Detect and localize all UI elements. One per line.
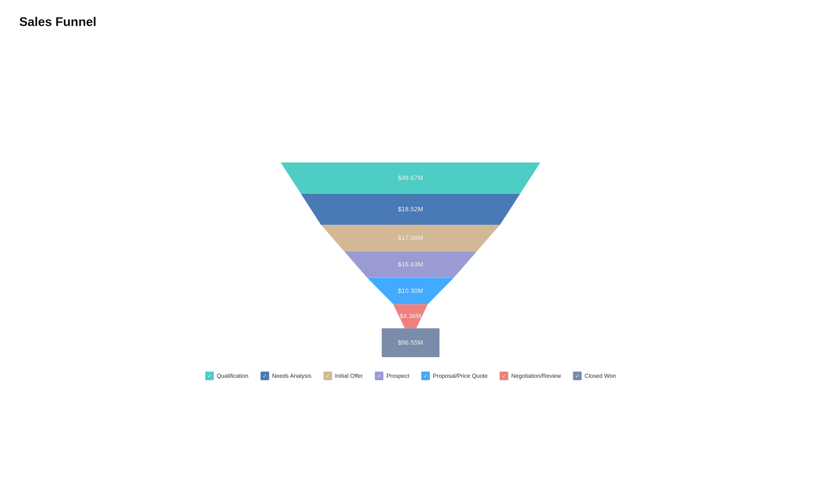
legend-label-initial-offer: Initial Offer [335, 373, 363, 379]
legend-item-qualification: ✓ Qualification [205, 372, 249, 380]
funnel-chart: $49.67M $18.52M $17.08M $16.63M $10.30M … [19, 162, 802, 357]
funnel-label-prospect: $16.63M [398, 261, 423, 268]
funnel-segment-proposal-price-quote: $10.30M [266, 278, 555, 304]
legend-item-closed-won: ✓ Closed Won [573, 372, 616, 380]
legend-check-initial-offer: ✓ [324, 372, 332, 380]
funnel-label-qualification: $49.67M [398, 174, 423, 182]
legend-check-closed-won: ✓ [573, 372, 582, 380]
page-title: Sales Funnel [19, 14, 802, 29]
legend-item-negotiation-review: ✓ Negotiation/Review [500, 372, 561, 380]
legend-label-needs-analysis: Needs Analysis [272, 373, 312, 379]
funnel-segment-negotiation-review: $4.36M [266, 304, 555, 328]
legend-item-initial-offer: ✓ Initial Offer [324, 372, 363, 380]
legend-check-proposal-price-quote: ✓ [421, 372, 430, 380]
funnel-segment-prospect: $16.63M [266, 251, 555, 278]
funnel-segment-needs-analysis: $18.52M [266, 194, 555, 225]
legend-label-negotiation-review: Negotiation/Review [511, 373, 561, 379]
funnel-label-closed-won: $96.55M [398, 339, 423, 346]
chart-legend: ✓ Qualification ✓ Needs Analysis ✓ Initi… [205, 372, 616, 380]
legend-check-prospect: ✓ [375, 372, 383, 380]
legend-check-negotiation-review: ✓ [500, 372, 508, 380]
legend-label-qualification: Qualification [217, 373, 249, 379]
funnel-label-initial-offer: $17.08M [398, 234, 423, 242]
legend-label-proposal-price-quote: Proposal/Price Quote [433, 373, 488, 379]
legend-label-closed-won: Closed Won [584, 373, 616, 379]
legend-check-qualification: ✓ [205, 372, 214, 380]
legend-check-needs-analysis: ✓ [261, 372, 269, 380]
funnel-segment-initial-offer: $17.08M [266, 225, 555, 251]
legend-label-prospect: Prospect [386, 373, 409, 379]
legend-item-proposal-price-quote: ✓ Proposal/Price Quote [421, 372, 488, 380]
chart-area: $49.67M $18.52M $17.08M $16.63M $10.30M … [19, 43, 802, 490]
funnel-label-negotiation-review: $4.36M [400, 312, 421, 320]
funnel-label-needs-analysis: $18.52M [398, 205, 423, 213]
funnel-label-proposal-price-quote: $10.30M [398, 287, 423, 295]
legend-item-prospect: ✓ Prospect [375, 372, 409, 380]
funnel-segment-qualification: $49.67M [266, 162, 555, 194]
legend-item-needs-analysis: ✓ Needs Analysis [261, 372, 312, 380]
funnel-segment-closed-won: $96.55M [382, 328, 439, 357]
